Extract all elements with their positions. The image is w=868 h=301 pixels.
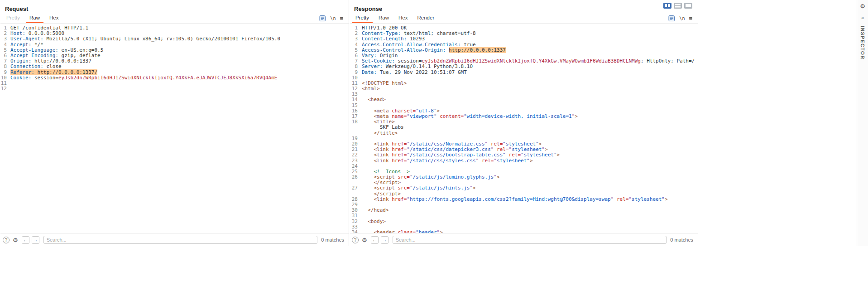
layout-single-button[interactable]	[684, 2, 692, 8]
prev-match-button[interactable]: ←	[22, 236, 29, 244]
line-number: 4	[350, 42, 358, 48]
request-search-bar: ? ⚙ ← → 0 matches	[0, 233, 349, 246]
tab-request-pretty[interactable]: Pretty	[3, 14, 24, 23]
code-line: 10Cookie: session=eyJsb2dnZWRpbiI6dHJ1ZS…	[0, 75, 349, 81]
code-line: 12<html>	[350, 86, 698, 92]
view-layout-buttons	[663, 2, 692, 8]
layout-columns-button[interactable]	[663, 2, 671, 8]
tab-response-render[interactable]: Render	[414, 14, 438, 23]
line-number: 32	[350, 219, 358, 224]
layout-rows-button[interactable]	[674, 2, 682, 8]
code-line: 31	[350, 213, 698, 218]
line-number: 8	[350, 64, 358, 69]
code-line: 11	[0, 81, 349, 86]
tab-request-hex[interactable]: Hex	[46, 14, 62, 23]
editor-menu-icon[interactable]: ≡	[689, 15, 692, 21]
code-line: 3User-Agent: Mozilla/5.0 (X11; Ubuntu; L…	[0, 36, 349, 42]
request-editor[interactable]: 1GET /confidential HTTP/1.12Host: 0.0.0.…	[0, 24, 349, 233]
line-number: 34	[350, 230, 358, 233]
line-number: 8	[0, 64, 7, 69]
code-line: 17 <meta name="viewport" content="width=…	[350, 114, 698, 119]
line-number: 3	[0, 36, 7, 42]
code-line: 30 </head>	[350, 208, 698, 213]
code-line: 12	[0, 86, 349, 92]
line-number: 12	[0, 86, 7, 92]
search-input[interactable]	[43, 236, 318, 244]
tab-response-hex[interactable]: Hex	[395, 14, 411, 23]
tab-request-raw[interactable]: Raw	[26, 14, 43, 23]
format-icon[interactable]	[319, 15, 326, 22]
response-panel-title: Response	[354, 5, 382, 12]
next-match-button[interactable]: →	[381, 236, 388, 244]
panel-splitter[interactable]	[349, 0, 349, 246]
help-icon[interactable]: ?	[3, 237, 10, 243]
search-input[interactable]	[393, 236, 667, 244]
code-line: 11<!DOCTYPE html>	[350, 81, 698, 86]
code-line: 26 <script src="/static/js/lumino.glyphs…	[350, 175, 698, 180]
line-number: 3	[350, 36, 358, 42]
code-line: 9Date: Tue, 29 Nov 2022 10:51:07 GMT	[350, 70, 698, 75]
search-settings-icon[interactable]: ⚙	[13, 237, 18, 243]
line-number: 23	[350, 158, 358, 164]
gear-icon[interactable]: ⚙	[860, 3, 865, 9]
next-match-button[interactable]: →	[32, 236, 39, 244]
line-number: 9	[0, 70, 7, 75]
match-count: 0 matches	[670, 237, 693, 243]
line-number: 26	[350, 175, 358, 180]
help-icon[interactable]: ?	[352, 237, 359, 243]
line-number: 14	[350, 97, 358, 102]
nonprintable-toggle-icon[interactable]: \n	[679, 16, 685, 21]
response-panel: Response	[350, 0, 698, 246]
code-line: 28 <link href="https://fonts.googleapis.…	[350, 197, 698, 202]
code-line: 14 <head>	[350, 97, 698, 102]
response-editor[interactable]: 1HTTP/1.0 200 OK2Content-Type: text/html…	[350, 24, 698, 233]
code-line: </title>	[350, 131, 698, 136]
search-settings-icon[interactable]: ⚙	[362, 237, 367, 243]
code-line: 13	[350, 92, 698, 97]
code-line: 27 <script src="/static/js/hints.js">	[350, 185, 698, 191]
line-number: 27	[350, 185, 358, 191]
line-number: 9	[350, 70, 358, 75]
line-number	[350, 125, 358, 130]
code-line: SKF Labs	[350, 125, 698, 130]
code-line: 5Access-Control-Allow-Origin: http://0.0…	[350, 48, 698, 53]
line-number: 22	[350, 152, 358, 158]
code-line: 23 <link href="/static/css/styles.css" r…	[350, 158, 698, 164]
match-count: 0 matches	[321, 237, 344, 243]
request-tab-bar: Pretty Raw Hex \n ≡	[0, 14, 349, 24]
line-number: 31	[350, 213, 358, 218]
inspector-label: INSPECTOR	[860, 26, 865, 60]
code-line: 29	[350, 202, 698, 208]
response-search-bar: ? ⚙ ← → 0 matches	[350, 233, 698, 246]
request-panel-title: Request	[5, 5, 28, 12]
line-number: 4	[0, 42, 7, 48]
line-number: 18	[350, 119, 358, 125]
expand-inspector-icon[interactable]: «	[861, 15, 864, 20]
code-line: 34 <header class="header">	[350, 230, 698, 233]
code-line: 8Connection: close	[0, 64, 349, 69]
line-number: 15	[350, 103, 358, 108]
tab-response-pretty[interactable]: Pretty	[352, 14, 373, 23]
inspector-sidebar[interactable]: ⚙ « INSPECTOR	[857, 0, 868, 246]
request-panel: Request Pretty Raw Hex \n ≡ 1GET /confid…	[0, 0, 349, 246]
nonprintable-toggle-icon[interactable]: \n	[330, 16, 336, 21]
line-number	[350, 191, 358, 197]
editor-menu-icon[interactable]: ≡	[340, 15, 343, 21]
format-icon[interactable]	[668, 15, 675, 22]
request-editor-toolbar: \n ≡	[319, 15, 349, 23]
prev-match-button[interactable]: ←	[371, 236, 379, 244]
tab-response-raw[interactable]: Raw	[375, 14, 393, 23]
response-editor-toolbar: \n ≡	[668, 15, 698, 23]
response-tab-bar: Pretty Raw Hex Render \n ≡	[350, 14, 698, 24]
line-number	[350, 131, 358, 136]
code-line: 32 <body>	[350, 219, 698, 224]
